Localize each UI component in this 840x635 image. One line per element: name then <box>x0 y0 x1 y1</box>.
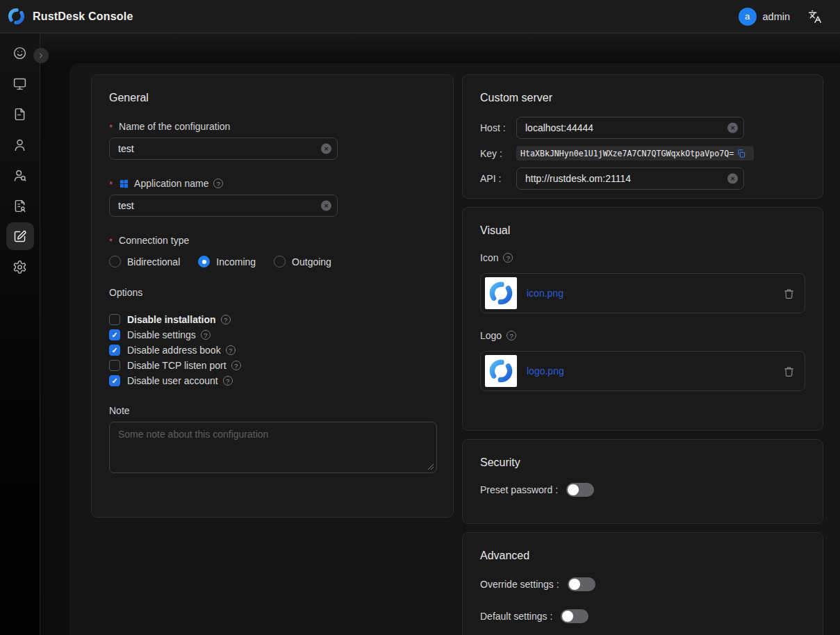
override-settings-label: Override settings : <box>480 579 559 590</box>
api-field: ✕ <box>516 167 744 190</box>
config-name-input[interactable] <box>109 138 338 160</box>
file-text-icon <box>13 107 27 122</box>
resize-handle[interactable] <box>427 463 434 470</box>
copy-icon[interactable] <box>736 149 746 158</box>
icon-upload-card: icon.png <box>480 273 805 313</box>
key-value-chip: HtaXBkJNHyn0e1U1jWXze7A7CN7QTGWqxkOtpaVp… <box>516 146 754 160</box>
radio-incoming[interactable]: Incoming <box>198 256 256 267</box>
checkbox-icon <box>109 329 120 340</box>
sidebar-item-audit[interactable] <box>6 192 34 220</box>
logo-upload-card: logo.png <box>480 351 805 391</box>
default-settings-toggle[interactable] <box>561 609 588 623</box>
help-icon[interactable] <box>231 361 241 370</box>
options-label: Options <box>109 287 436 298</box>
trash-icon[interactable] <box>783 365 795 377</box>
user-search-icon <box>13 168 27 183</box>
general-panel: General Name of the configuration ✕ Ap <box>91 74 454 518</box>
key-row: Key : HtaXBkJNHyn0e1U1jWXze7A7CN7QTGWqxk… <box>480 146 805 160</box>
advanced-title: Advanced <box>480 550 805 562</box>
note-field <box>109 422 437 475</box>
help-icon[interactable] <box>223 376 233 386</box>
key-label: Key : <box>480 148 516 159</box>
checkbox-icon <box>109 345 120 356</box>
edit-square-icon <box>13 229 27 244</box>
rustdesk-logo-icon <box>7 7 26 26</box>
sidebar-item-smile[interactable] <box>6 39 34 67</box>
sidebar-item-documents[interactable] <box>6 100 34 128</box>
sidebar-item-user-search[interactable] <box>6 161 34 189</box>
sidebar-expand-button[interactable] <box>33 48 49 63</box>
logo-label: Logo <box>480 330 805 341</box>
api-input[interactable] <box>516 167 744 190</box>
options-group: Disable installation Disable settings <box>109 312 436 388</box>
windows-logo-icon <box>119 179 129 189</box>
translate-icon <box>808 10 822 24</box>
chevron-right-icon <box>37 51 45 60</box>
default-settings-row: Default settings : <box>480 609 805 623</box>
top-bar: RustDesk Console a admin <box>0 0 840 33</box>
monitor-icon <box>13 76 27 91</box>
checkbox-icon <box>109 375 120 386</box>
checkbox-disable-tcp-listen-port[interactable]: Disable TCP listen port <box>109 358 436 373</box>
app-name-input[interactable] <box>109 195 338 217</box>
checkbox-disable-installation[interactable]: Disable installation <box>109 312 436 327</box>
clear-icon[interactable]: ✕ <box>727 174 738 184</box>
logo-file-link[interactable]: logo.png <box>527 365 564 377</box>
host-input[interactable] <box>516 117 744 139</box>
help-icon[interactable] <box>503 253 513 263</box>
help-icon[interactable] <box>221 315 231 324</box>
checkbox-disable-address-book[interactable]: Disable address book <box>109 343 436 358</box>
brand[interactable]: RustDesk Console <box>7 7 133 26</box>
clear-icon[interactable]: ✕ <box>727 123 738 133</box>
api-row: API : ✕ <box>480 167 805 190</box>
general-title: General <box>109 92 436 104</box>
override-settings-row: Override settings : <box>480 577 805 591</box>
radio-icon <box>109 256 121 267</box>
sidebar-item-configurations[interactable] <box>6 222 34 250</box>
visual-panel: Visual Icon icon.png <box>462 207 823 431</box>
help-icon[interactable] <box>226 345 236 355</box>
radio-icon <box>274 256 286 267</box>
app-title: RustDesk Console <box>33 10 133 23</box>
custom-server-panel: Custom server Host : ✕ Key : HtaXBkJNHyn… <box>462 74 823 199</box>
logo-thumbnail <box>485 355 517 387</box>
app-name-field: ✕ <box>109 195 338 217</box>
clear-icon[interactable]: ✕ <box>321 144 331 154</box>
checkbox-disable-user-account[interactable]: Disable user account <box>109 373 436 388</box>
user-menu[interactable]: a admin <box>739 8 791 26</box>
icon-file-link[interactable]: icon.png <box>527 288 563 299</box>
sidebar-item-settings[interactable] <box>6 253 34 281</box>
connection-type-group: Bidirectional Incoming Outgoing <box>109 256 436 267</box>
checkbox-icon <box>109 360 120 371</box>
help-icon[interactable] <box>507 331 516 340</box>
radio-outgoing[interactable]: Outgoing <box>274 256 331 267</box>
sidebar-item-devices[interactable] <box>6 69 34 97</box>
sidebar-item-users[interactable] <box>6 131 34 158</box>
checkbox-disable-settings[interactable]: Disable settings <box>109 327 436 343</box>
visual-title: Visual <box>480 224 805 237</box>
language-button[interactable] <box>808 9 823 24</box>
default-settings-label: Default settings : <box>480 611 552 622</box>
clear-icon[interactable]: ✕ <box>321 201 331 211</box>
key-value: HtaXBkJNHyn0e1U1jWXze7A7CN7QTGWqxkOtpaVp… <box>520 149 734 158</box>
override-settings-toggle[interactable] <box>568 577 595 591</box>
trash-icon[interactable] <box>783 288 795 299</box>
host-row: Host : ✕ <box>480 117 805 139</box>
file-search-icon <box>13 199 27 213</box>
help-icon[interactable] <box>213 179 223 188</box>
host-field: ✕ <box>516 117 744 139</box>
help-icon[interactable] <box>201 330 211 340</box>
api-label: API : <box>480 173 516 184</box>
gear-icon <box>13 260 27 274</box>
config-name-field: ✕ <box>109 138 338 160</box>
preset-password-toggle[interactable] <box>566 483 594 497</box>
icon-thumbnail <box>485 277 517 309</box>
preset-password-row: Preset password : <box>480 483 805 497</box>
user-icon <box>13 138 27 152</box>
config-name-label: Name of the configuration <box>109 121 436 132</box>
app-name-label: Application name <box>109 178 436 189</box>
radio-bidirectional[interactable]: Bidirectional <box>109 256 180 267</box>
note-textarea[interactable] <box>109 422 437 473</box>
username: admin <box>763 11 791 22</box>
connection-type-label: Connection type <box>109 235 436 246</box>
